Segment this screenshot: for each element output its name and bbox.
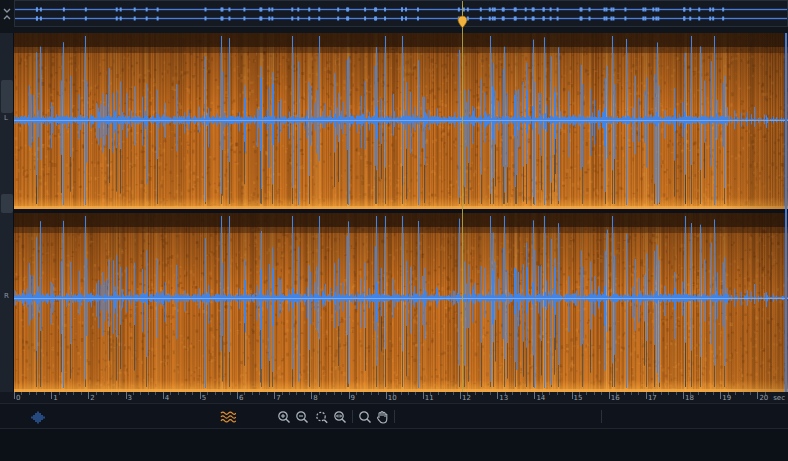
ruler-major-tick <box>757 392 758 399</box>
waveform-overview-strip[interactable] <box>14 0 788 27</box>
transport-bar: h:m:s.ms ▾ 00:00:12.075 -inf.-70-63-60-5… <box>0 429 788 461</box>
ruler-second-label: 20 <box>759 394 768 402</box>
ruler-second-label: 10 <box>388 394 397 402</box>
ruler-major-tick <box>534 392 535 399</box>
hand-tool-button[interactable] <box>374 409 390 425</box>
magnify-tool-button[interactable] <box>357 409 373 425</box>
toolbar-separator <box>394 410 395 423</box>
spectrogram-channel-right[interactable] <box>14 213 788 392</box>
ruler-major-tick <box>237 392 238 399</box>
ruler-major-tick <box>497 392 498 399</box>
ruler-second-label: 14 <box>536 394 545 402</box>
ruler-second-label: 4 <box>165 394 169 402</box>
ruler-second-label: 2 <box>90 394 94 402</box>
ruler-second-label: 6 <box>239 394 243 402</box>
ruler-second-label: 7 <box>276 394 280 402</box>
spectrogram-view-icon[interactable] <box>220 409 236 425</box>
toolbar-separator <box>352 410 353 423</box>
ruler-major-tick <box>200 392 201 399</box>
ruler-major-tick <box>88 392 89 399</box>
ruler-second-label: 1 <box>53 394 57 402</box>
gutter-thumb[interactable] <box>1 80 13 113</box>
ruler-second-label: 18 <box>685 394 694 402</box>
ruler-major-tick <box>609 392 610 399</box>
spectrogram-channel-left[interactable] <box>14 33 788 209</box>
ruler-second-label: 0 <box>16 394 20 402</box>
ruler-major-tick <box>646 392 647 399</box>
waveform-view-icon[interactable] <box>30 409 46 425</box>
ruler-second-label: 11 <box>425 394 434 402</box>
ruler-major-tick <box>386 392 387 399</box>
gutter-thumb[interactable] <box>1 194 13 213</box>
collapse-overview-button[interactable] <box>0 0 14 27</box>
ruler-major-tick <box>349 392 350 399</box>
ruler-major-tick <box>126 392 127 399</box>
ruler-second-label: 3 <box>128 394 132 402</box>
ruler-second-label: 17 <box>648 394 657 402</box>
view-right-edge-marker <box>785 33 787 392</box>
audio-editor-window: L R 01234567891011121314151617181920 sec <box>0 0 788 461</box>
ruler-major-tick <box>460 392 461 399</box>
ruler-second-label: 12 <box>462 394 471 402</box>
ruler-second-label: 16 <box>611 394 620 402</box>
toolbar-separator <box>601 410 602 423</box>
ruler-unit-label: sec <box>773 394 785 402</box>
ruler-major-tick <box>14 392 15 399</box>
toolbar: Instant process Gain ▾ <box>0 404 788 429</box>
ruler-major-tick <box>274 392 275 399</box>
ruler-second-label: 15 <box>574 394 583 402</box>
ruler-major-tick <box>423 392 424 399</box>
overview-waveform-canvas <box>15 1 787 26</box>
ruler-major-tick <box>311 392 312 399</box>
channel-label-right: R <box>4 292 9 300</box>
zoom-in-button[interactable] <box>276 409 292 425</box>
zoom-out-button[interactable] <box>294 409 310 425</box>
channel-label-left: L <box>4 114 8 122</box>
ruler-major-tick <box>163 392 164 399</box>
ruler-second-label: 5 <box>202 394 206 402</box>
ruler-major-tick <box>572 392 573 399</box>
ruler-major-tick <box>51 392 52 399</box>
ruler-major-tick <box>720 392 721 399</box>
ruler-major-tick <box>683 392 684 399</box>
ruler-second-label: 13 <box>499 394 508 402</box>
collapse-chevrons-icon <box>2 7 12 21</box>
ruler-second-label: 9 <box>351 394 355 402</box>
ruler-second-label: 8 <box>313 394 317 402</box>
zoom-selection-button[interactable] <box>313 409 329 425</box>
playhead-line[interactable] <box>462 5 463 392</box>
zoom-fit-button[interactable] <box>332 409 348 425</box>
time-ruler[interactable]: 01234567891011121314151617181920 sec <box>0 392 788 404</box>
ruler-second-label: 19 <box>722 394 731 402</box>
playhead-marker-icon[interactable] <box>457 15 468 29</box>
channel-gutter-scrollbar[interactable] <box>0 33 14 392</box>
